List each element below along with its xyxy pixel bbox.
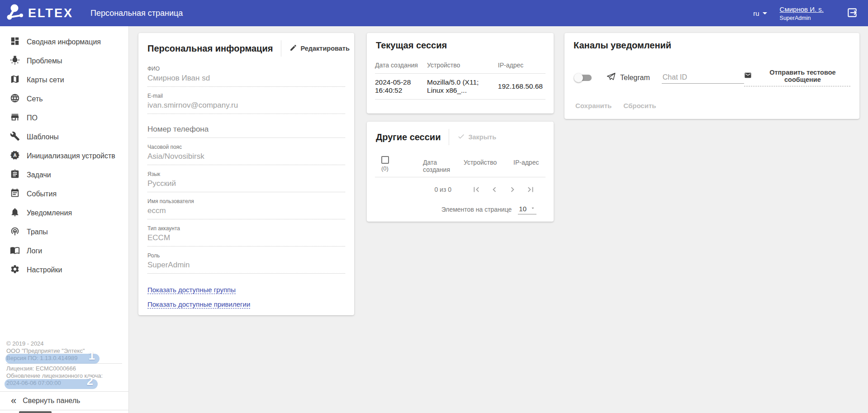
sidebar-item-summary[interactable]: Сводная информация	[0, 33, 128, 52]
events-icon	[10, 188, 20, 200]
column-header-ip: IP-адрес	[513, 156, 545, 166]
app-header: ELTEX Персональная страница ru Смирнов И…	[0, 0, 868, 26]
sidebar-menu: Сводная информация Проблемы Карты сети С…	[0, 26, 128, 280]
edit-button[interactable]: Редактировать	[289, 44, 349, 53]
chevron-down-icon	[530, 204, 536, 213]
current-session-card: Текущая сессия Дата создания Устройство …	[367, 33, 554, 114]
sidebar-item-notifications[interactable]: Уведомления	[0, 204, 128, 223]
sidebar-item-templates[interactable]: Шаблоны	[0, 128, 128, 147]
next-page-button[interactable]	[508, 185, 517, 195]
first-page-button[interactable]	[471, 185, 481, 195]
sidebar-item-logs[interactable]: Логи	[0, 242, 128, 261]
save-button[interactable]: Сохранить	[575, 102, 612, 109]
software-version-text: Версия ПО: 1.13.0.414989	[6, 355, 122, 362]
mail-icon	[744, 71, 752, 81]
network-icon	[10, 93, 20, 105]
pagination: 0 из 0	[367, 177, 554, 195]
title-divider	[281, 40, 281, 57]
settings-icon	[10, 264, 20, 276]
field-role: Роль SuperAdmin	[147, 252, 345, 274]
sidebar-item-network-maps[interactable]: Карты сети	[0, 71, 128, 90]
column-header-device: Устройство	[464, 156, 513, 166]
per-page-value: 10	[519, 205, 526, 213]
select-all-checkbox[interactable]	[381, 156, 389, 164]
field-fio: ФИО Смирнов Иван sd	[147, 66, 345, 87]
sidebar-item-events[interactable]: События	[0, 185, 128, 204]
close-sessions-button[interactable]: Закрыть	[457, 133, 496, 142]
per-page-select[interactable]: 10	[518, 204, 536, 214]
sidebar-item-tasks[interactable]: Задачи	[0, 166, 128, 185]
chevron-down-icon	[763, 12, 767, 14]
title-divider	[449, 129, 449, 145]
field-phone[interactable]: Номер телефона	[147, 125, 345, 138]
eltex-molecule-icon	[5, 3, 24, 23]
language-selector[interactable]: ru	[753, 9, 767, 17]
field-language: Язык Русский	[147, 171, 345, 192]
license-update-label: Обновление лицензионного ключа:	[6, 372, 122, 380]
last-page-button[interactable]	[526, 185, 536, 195]
other-sessions-title: Другие сессии	[376, 132, 441, 142]
column-header-device: Устройство	[427, 57, 498, 74]
language-value: ru	[753, 9, 759, 17]
send-test-message-button[interactable]: Отправить тестовое сообщение	[744, 69, 850, 86]
sidebar-item-software[interactable]: ПО	[0, 109, 128, 128]
sidebar-item-traps[interactable]: Трапы	[0, 223, 128, 242]
logout-button[interactable]	[846, 7, 858, 20]
chat-id-input[interactable]	[662, 71, 744, 84]
session-device: Mozilla/5.0 (X11; Linux x86_...	[427, 74, 498, 100]
sidebar-footer: © 2019 - 2024 ООО "Предприятие "Элтекс" …	[0, 337, 128, 391]
device-init-icon: A	[10, 150, 20, 162]
current-session-table: Дата создания Устройство IP-адрес 2024-0…	[375, 57, 545, 100]
personal-info-title: Персональная информация	[147, 43, 273, 54]
column-header-ip: IP-адрес	[498, 57, 545, 74]
user-block: Смирнов И. s. SuperAdmin	[780, 5, 824, 21]
notification-channels-card: Каналы уведомлений Telegram Отправить те…	[564, 33, 859, 119]
collapse-panel-button[interactable]: « Свернуть панель	[0, 391, 128, 410]
show-privileges-link[interactable]: Показать доступные привилегии	[147, 300, 250, 309]
notification-channels-title: Каналы уведомлений	[574, 40, 671, 51]
per-page-label: Элементов на странице	[441, 206, 512, 213]
check-icon	[457, 133, 465, 142]
user-role: SuperAdmin	[780, 15, 824, 21]
current-session-title: Текущая сессия	[376, 40, 447, 51]
sidebar-item-settings[interactable]: Настройки	[0, 261, 128, 280]
telegram-toggle[interactable]	[575, 75, 592, 81]
previous-page-button[interactable]	[489, 185, 499, 195]
table-row: 2024-05-28 16:40:52 Mozilla/5.0 (X11; Li…	[375, 74, 545, 100]
svg-text:A: A	[13, 152, 17, 158]
pagination-range: 0 из 0	[434, 186, 451, 193]
sidebar-item-network[interactable]: Сеть	[0, 90, 128, 109]
main-content: Персональная информация Редактировать ФИ…	[129, 26, 868, 413]
logs-icon	[10, 245, 20, 257]
problems-icon	[10, 55, 20, 67]
pencil-icon	[289, 44, 297, 53]
telegram-icon	[606, 72, 616, 84]
company-text: ООО "Предприятие "Элтекс"	[6, 347, 122, 355]
software-icon	[10, 112, 20, 124]
logout-icon	[846, 7, 858, 20]
notifications-icon	[10, 207, 20, 219]
logo-text: ELTEX	[28, 6, 73, 20]
column-header-date: Дата создания	[423, 156, 464, 173]
page-title: Персональная страница	[90, 9, 183, 18]
session-date: 2024-05-28 16:40:52	[375, 74, 427, 100]
selected-count: (0)	[381, 165, 423, 172]
license-text: Лицензия: ECMC0000666	[6, 365, 122, 372]
footer-divider	[6, 363, 122, 364]
sidebar-item-problems[interactable]: Проблемы	[0, 52, 128, 71]
network-maps-icon	[10, 74, 20, 86]
reset-button[interactable]: Сбросить	[623, 102, 656, 109]
sidebar-item-device-init[interactable]: A Инициализация устройств	[0, 147, 128, 166]
session-ip: 192.168.50.68	[498, 74, 545, 100]
sidebar: Сводная информация Проблемы Карты сети С…	[0, 26, 129, 413]
field-username: Имя пользователя eccm	[147, 198, 345, 219]
show-groups-link[interactable]: Показать доступные группы	[147, 286, 236, 294]
personal-info-card: Персональная информация Редактировать ФИ…	[138, 33, 354, 315]
field-account-type: Тип аккаунта ECCM	[147, 225, 345, 247]
toggle-knob	[574, 73, 583, 82]
user-name-link[interactable]: Смирнов И. s.	[780, 5, 824, 13]
telegram-label: Telegram	[620, 74, 650, 82]
copyright-text: © 2019 - 2024	[6, 340, 122, 347]
templates-icon	[10, 131, 20, 143]
cutoff-element	[19, 411, 52, 413]
